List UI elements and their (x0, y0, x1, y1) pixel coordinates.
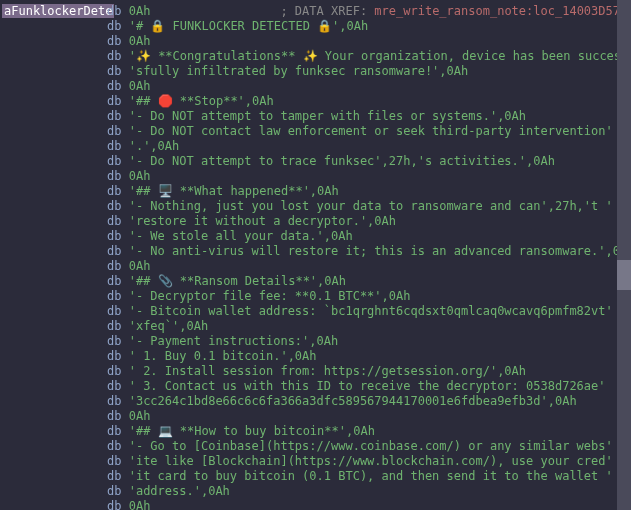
vertical-scrollbar[interactable] (617, 0, 631, 510)
string-value: '.',0Ah (129, 139, 180, 153)
string-value: '## 📎 **Ransom Details**',0Ah (129, 274, 346, 288)
disasm-line: db '- Bitcoin wallet address: `bc1qrghnt… (107, 304, 631, 319)
disasm-line: db '- Go to [Coinbase](https://www.coinb… (107, 439, 631, 454)
db-keyword: db (107, 19, 129, 33)
db-keyword: db (107, 214, 129, 228)
string-value: '- Payment instructions:',0Ah (129, 334, 339, 348)
disasm-line: db '- We stole all your data.',0Ah (107, 229, 631, 244)
disasm-line: db ' 1. Buy 0.1 bitcoin.',0Ah (107, 349, 631, 364)
disasm-line: db 'sfully infiltrated by funksec ransom… (107, 64, 631, 79)
db-keyword: db (107, 409, 129, 423)
db-keyword: db (107, 154, 129, 168)
hex-value: 0Ah (129, 499, 151, 510)
hex-value: 0Ah (129, 169, 151, 183)
disasm-line: db '- Do NOT attempt to trace funksec',2… (107, 154, 631, 169)
string-value: '✨ **Congratulations** ✨ Your organizati… (129, 49, 629, 63)
db-keyword: db (107, 64, 129, 78)
xref-target[interactable]: mre_write_ransom_note:loc_14003D575↑o (374, 4, 631, 18)
string-value: '- Do NOT attempt to tamper with files o… (129, 109, 526, 123)
string-value: 'it card to buy bitcoin (0.1 BTC), and t… (129, 469, 613, 483)
disasm-line: db 'restore it without a decryptor.',0Ah (107, 214, 631, 229)
string-value: ' 3. Contact us with this ID to receive … (129, 379, 606, 393)
string-value: '- Decryptor file fee: **0.1 BTC**',0Ah (129, 289, 411, 303)
scrollbar-thumb[interactable] (617, 260, 631, 290)
string-value: '## 💻 **How to buy bitcoin**',0Ah (129, 424, 375, 438)
string-value: 'xfeq`',0Ah (129, 319, 208, 333)
hex-value: 0Ah (129, 34, 151, 48)
db-keyword: db (107, 79, 129, 93)
disasm-line: db ' 3. Contact us with this ID to recei… (107, 379, 631, 394)
db-keyword: db (107, 34, 129, 48)
db-keyword: db (107, 274, 129, 288)
db-keyword: db (107, 289, 129, 303)
label-column: aFunklockerDete (0, 4, 105, 18)
db-keyword: db (107, 439, 129, 453)
disasm-line: db '✨ **Congratulations** ✨ Your organiz… (107, 49, 631, 64)
disasm-line: db '- Do NOT attempt to tamper with file… (107, 109, 631, 124)
db-keyword: db (107, 484, 129, 498)
db-keyword: db (107, 229, 129, 243)
disasm-line: db 'address.',0Ah (107, 484, 631, 499)
string-value: '3cc264c1bd8e66c6c6fa366a3dfc58956794417… (129, 394, 577, 408)
db-keyword: db (107, 124, 129, 138)
db-keyword: db (107, 184, 129, 198)
disasm-line: db 0Ah (107, 259, 631, 274)
disasm-line: db '3cc264c1bd8e66c6c6fa366a3dfc58956794… (107, 394, 631, 409)
disasm-line: db 'xfeq`',0Ah (107, 319, 631, 334)
string-value: '- Bitcoin wallet address: `bc1qrghnt6cq… (129, 304, 613, 318)
disasm-line: db '## 💻 **How to buy bitcoin**',0Ah (107, 424, 631, 439)
string-value: '- Nothing, just you lost your data to r… (129, 199, 613, 213)
disasm-line: db '- No anti-virus will restore it; thi… (107, 244, 631, 259)
db-keyword: db (107, 424, 129, 438)
disasm-line: db '## 📎 **Ransom Details**',0Ah (107, 274, 631, 289)
db-keyword: db (107, 394, 129, 408)
disasm-line: db 0Ah ; DATA XREF: mre_write_ransom_not… (107, 4, 631, 19)
db-keyword: db (107, 454, 129, 468)
disasm-line: db 0Ah (107, 499, 631, 510)
disasm-line: db '- Decryptor file fee: **0.1 BTC**',0… (107, 289, 631, 304)
db-keyword: db (107, 334, 129, 348)
hex-value: 0Ah (129, 259, 151, 273)
db-keyword: db (107, 379, 129, 393)
hex-value: 0Ah (129, 79, 151, 93)
string-value: '- Do NOT attempt to trace funksec',27h,… (129, 154, 555, 168)
db-keyword: db (107, 109, 129, 123)
disasm-line: db '## 🛑 **Stop**',0Ah (107, 94, 631, 109)
string-value: '# 🔒 FUNKLOCKER DETECTED 🔒',0Ah (129, 19, 369, 33)
string-value: '## 🛑 **Stop**',0Ah (129, 94, 274, 108)
string-value: '- Do NOT contact law enforcement or see… (129, 124, 613, 138)
disassembly-content: db 0Ah ; DATA XREF: mre_write_ransom_not… (107, 4, 631, 510)
string-value: ' 1. Buy 0.1 bitcoin.',0Ah (129, 349, 317, 363)
string-value: '- We stole all your data.',0Ah (129, 229, 353, 243)
xref-comment: ; DATA XREF: (280, 4, 374, 18)
disasm-line: db '## 🖥️ **What happened**',0Ah (107, 184, 631, 199)
hex-value: 0Ah (129, 409, 151, 423)
disasm-line: db '# 🔒 FUNKLOCKER DETECTED 🔒',0Ah (107, 19, 631, 34)
string-value: 'address.',0Ah (129, 484, 230, 498)
string-value: 'ite like [Blockchain](https://www.block… (129, 454, 613, 468)
hex-value: 0Ah (129, 4, 151, 18)
disasm-line: db 'ite like [Blockchain](https://www.bl… (107, 454, 631, 469)
db-keyword: db (107, 169, 129, 183)
disasm-line: db 0Ah (107, 79, 631, 94)
db-keyword: db (107, 469, 129, 483)
db-keyword: db (107, 244, 129, 258)
db-keyword: db (107, 139, 129, 153)
disasm-line: db '.',0Ah (107, 139, 631, 154)
data-label: aFunklockerDete (2, 4, 114, 18)
disasm-line: db '- Do NOT contact law enforcement or … (107, 124, 631, 139)
disasm-line: db ' 2. Install session from: https://ge… (107, 364, 631, 379)
disasm-line: db '- Payment instructions:',0Ah (107, 334, 631, 349)
db-keyword: db (107, 499, 129, 510)
db-keyword: db (107, 319, 129, 333)
db-keyword: db (107, 4, 129, 18)
disasm-line: db '- Nothing, just you lost your data t… (107, 199, 631, 214)
db-keyword: db (107, 364, 129, 378)
string-value: ' 2. Install session from: https://getse… (129, 364, 526, 378)
db-keyword: db (107, 259, 129, 273)
string-value: 'sfully infiltrated by funksec ransomwar… (129, 64, 469, 78)
disasm-line: db 0Ah (107, 409, 631, 424)
db-keyword: db (107, 199, 129, 213)
string-value: '- No anti-virus will restore it; this i… (129, 244, 631, 258)
string-value: 'restore it without a decryptor.',0Ah (129, 214, 396, 228)
